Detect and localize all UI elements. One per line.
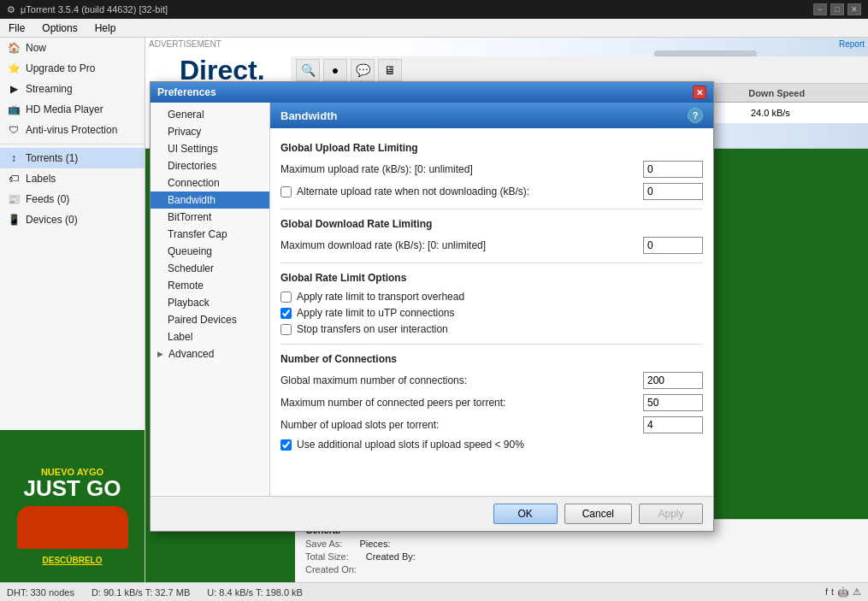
connections-section-title: Number of Connections: [280, 353, 703, 365]
nav-queueing-label: Queueing: [168, 245, 212, 257]
nav-item-connection[interactable]: Connection: [151, 174, 269, 191]
rate-transport-row: Apply rate limit to transport overhead: [280, 291, 703, 303]
dialog-right-content: Bandwidth ? Global Upload Rate Limiting …: [270, 103, 713, 496]
rate-utp-label: Apply rate limit to uTP connections: [297, 307, 455, 319]
nav-item-playback[interactable]: Playback: [151, 294, 269, 311]
download-rate-label: Maximum download rate (kB/s): [0: unlimi…: [280, 239, 486, 251]
preferences-dialog: Preferences ✕ General Privacy UI Setting…: [150, 81, 714, 532]
nav-connection-label: Connection: [168, 177, 220, 189]
rate-stop-row: Stop transfers on user interaction: [280, 323, 703, 335]
upload-rate-row: Maximum upload rate (kB/s): [0: unlimite…: [280, 161, 703, 178]
nav-item-label[interactable]: Label: [151, 328, 269, 345]
rate-transport-label: Apply rate limit to transport overhead: [297, 291, 464, 303]
download-rate-input[interactable]: [643, 237, 703, 254]
rate-utp-checkbox[interactable]: [280, 308, 292, 319]
dialog-close-button[interactable]: ✕: [693, 85, 706, 99]
nav-item-bandwidth[interactable]: Bandwidth: [151, 191, 269, 209]
dialog-title: Preferences: [157, 86, 216, 98]
rate-utp-row: Apply rate limit to uTP connections: [280, 307, 703, 319]
rate-limit-section-title: Global Rate Limit Options: [280, 272, 703, 284]
dialog-footer: OK Cancel Apply: [151, 496, 713, 531]
help-icon[interactable]: ?: [688, 108, 703, 123]
rate-stop-label: Stop transfers on user interaction: [297, 323, 448, 335]
nav-playback-label: Playback: [168, 297, 210, 309]
upload-slots-row: Number of upload slots per torrent:: [280, 416, 703, 433]
upload-slots-label: Number of upload slots per torrent:: [280, 419, 439, 431]
nav-item-transfer-cap[interactable]: Transfer Cap: [151, 226, 269, 243]
nav-item-paired-devices[interactable]: Paired Devices: [151, 311, 269, 328]
alt-upload-row: Alternate upload rate when not downloadi…: [280, 183, 703, 200]
nav-advanced-label: Advanced: [168, 348, 214, 360]
upload-rate-input[interactable]: [643, 161, 703, 178]
rate-transport-checkbox[interactable]: [280, 292, 292, 303]
apply-button[interactable]: Apply: [639, 504, 703, 524]
divider-3: [280, 344, 703, 345]
content-body: Global Upload Rate Limiting Maximum uplo…: [270, 128, 713, 465]
upload-slots-input[interactable]: [643, 416, 703, 433]
nav-item-queueing[interactable]: Queueing: [151, 243, 269, 260]
advanced-expand-icon: ▶: [157, 350, 163, 358]
divider-2: [280, 262, 703, 263]
additional-slots-label: Use additional upload slots if upload sp…: [297, 439, 524, 451]
max-connections-label: Global maximum number of connections:: [280, 374, 467, 386]
nav-remote-label: Remote: [168, 280, 204, 292]
nav-paired-devices-label: Paired Devices: [168, 314, 237, 326]
ok-button[interactable]: OK: [493, 504, 558, 524]
nav-item-privacy[interactable]: Privacy: [151, 123, 269, 140]
dialog-title-bar: Preferences ✕: [151, 82, 713, 103]
cancel-button[interactable]: Cancel: [564, 504, 632, 524]
max-connections-input[interactable]: [643, 372, 703, 389]
nav-privacy-label: Privacy: [168, 126, 201, 138]
upload-section-title: Global Upload Rate Limiting: [280, 142, 703, 154]
max-peers-label: Maximum number of connected peers per to…: [280, 397, 505, 409]
dialog-body: General Privacy UI Settings Directories …: [151, 103, 713, 496]
max-peers-row: Maximum number of connected peers per to…: [280, 394, 703, 411]
additional-slots-checkbox[interactable]: [280, 439, 292, 451]
nav-transfer-cap-label: Transfer Cap: [168, 228, 227, 240]
nav-label-label: Label: [168, 331, 192, 343]
nav-bittorrent-label: BitTorrent: [168, 211, 211, 223]
nav-item-bittorrent[interactable]: BitTorrent: [151, 209, 269, 226]
nav-directories-label: Directories: [168, 160, 216, 172]
alt-upload-input[interactable]: [643, 183, 703, 200]
section-header: Bandwidth ?: [270, 103, 713, 128]
alt-upload-label: Alternate upload rate when not downloadi…: [297, 186, 529, 197]
nav-ui-label: UI Settings: [168, 143, 218, 155]
nav-item-directories[interactable]: Directories: [151, 157, 269, 174]
max-peers-input[interactable]: [643, 394, 703, 411]
max-connections-row: Global maximum number of connections:: [280, 372, 703, 389]
rate-stop-checkbox[interactable]: [280, 324, 292, 335]
dialog-nav: General Privacy UI Settings Directories …: [151, 103, 270, 496]
nav-item-remote[interactable]: Remote: [151, 277, 269, 294]
nav-item-ui-settings[interactable]: UI Settings: [151, 140, 269, 157]
nav-scheduler-label: Scheduler: [168, 262, 214, 274]
nav-item-advanced[interactable]: ▶ Advanced: [151, 345, 269, 362]
nav-item-general[interactable]: General: [151, 106, 269, 123]
download-section-title: Global Download Rate Limiting: [280, 218, 703, 230]
nav-bandwidth-label: Bandwidth: [168, 194, 216, 206]
additional-slots-row: Use additional upload slots if upload sp…: [280, 439, 703, 451]
alt-upload-checkbox[interactable]: [280, 186, 292, 197]
nav-general-label: General: [168, 109, 204, 121]
divider-1: [280, 209, 703, 209]
download-rate-row: Maximum download rate (kB/s): [0: unlimi…: [280, 237, 703, 254]
section-title: Bandwidth: [280, 109, 337, 122]
upload-rate-label: Maximum upload rate (kB/s): [0: unlimite…: [280, 163, 473, 175]
nav-item-scheduler[interactable]: Scheduler: [151, 260, 269, 277]
dialog-overlay: Preferences ✕ General Privacy UI Setting…: [0, 0, 868, 601]
